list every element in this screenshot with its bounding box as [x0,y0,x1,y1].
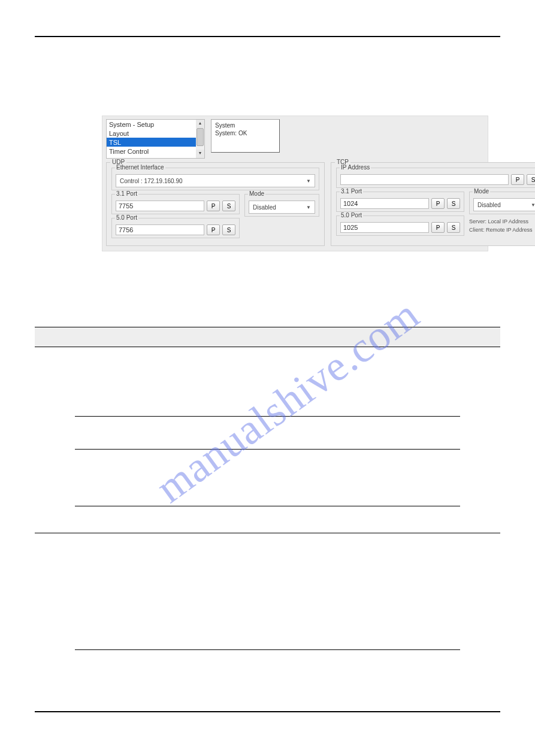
tcp-port31-input[interactable] [340,198,429,209]
nav-listbox[interactable]: System - Setup Layout TSL Timer Control … [106,119,205,159]
status-title: System [215,122,276,129]
system-status-box: System System: OK [211,119,280,153]
tcp-hint-client: Client: Remote IP Address [469,226,535,233]
tcp-ip-s-button[interactable]: S [527,174,535,185]
tcp-port50-legend: 5.0 Port [340,212,363,218]
chevron-down-icon: ▼ [306,178,311,184]
config-panel: System - Setup Layout TSL Timer Control … [102,116,488,251]
tcp-port50-p-button[interactable]: P [431,222,445,233]
tcp-ip-input[interactable] [340,174,509,185]
udp-port50-input[interactable] [116,224,204,235]
tcp-port31-p-button[interactable]: P [431,198,445,209]
chevron-down-icon: ▼ [306,205,311,210]
udp-port50-s-button[interactable]: S [222,224,235,235]
nav-item-tsl[interactable]: TSL [107,138,196,147]
udp-group: UDP Ethernet Interface Control : 172.19.… [106,162,325,246]
status-line: System: OK [215,129,276,137]
ethernet-value: Control : 172.19.160.90 [120,178,183,184]
udp-port31-p-button[interactable]: P [207,201,220,211]
chevron-down-icon: ▼ [531,202,535,208]
scroll-up-icon[interactable]: ▲ [196,120,204,128]
scroll-thumb[interactable] [197,128,204,146]
watermark-text: manualshive.com [147,289,428,512]
udp-port31-s-button[interactable]: S [222,201,235,211]
nav-scrollbar[interactable]: ▲ ▼ [196,120,204,158]
udp-mode-value: Disabled [253,204,276,211]
tcp-mode-legend: Mode [473,188,490,195]
udp-mode-dropdown[interactable]: Disabled ▼ [249,201,315,214]
tcp-mode-dropdown[interactable]: Disabled ▼ [473,198,535,211]
nav-item-system-setup[interactable]: System - Setup [107,120,196,129]
nav-item-layout[interactable]: Layout [107,129,196,138]
tcp-mode-value: Disabled [477,202,501,208]
udp-port50-legend: 5.0 Port [115,214,138,221]
tcp-ip-p-button[interactable]: P [511,174,524,185]
tcp-port31-legend: 3.1 Port [340,188,363,195]
ethernet-interface-dropdown[interactable]: Control : 172.19.160.90 ▼ [116,174,315,187]
tcp-port31-s-button[interactable]: S [447,198,460,209]
ethernet-legend: Ethernet Interface [115,164,165,171]
tcp-port50-input[interactable] [340,222,429,233]
tcp-port50-s-button[interactable]: S [447,222,460,233]
udp-port31-input[interactable] [116,201,204,211]
tcp-hint-server: Server: Local IP Address [469,218,535,225]
scroll-down-icon[interactable]: ▼ [196,150,204,158]
nav-item-timer-control[interactable]: Timer Control [107,147,196,156]
ip-legend: IP Address [340,164,371,171]
udp-port31-legend: 3.1 Port [115,190,138,197]
udp-mode-legend: Mode [248,190,265,197]
tcp-group: TCP IP Address P S 3.1 Port P S [331,162,535,246]
udp-port50-p-button[interactable]: P [207,224,220,235]
